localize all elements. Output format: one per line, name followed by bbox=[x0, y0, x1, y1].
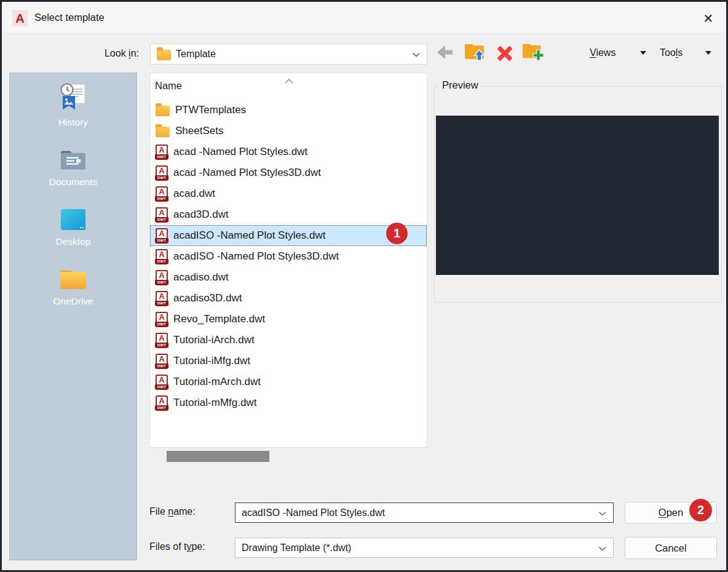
horizontal-scrollbar[interactable] bbox=[149, 448, 427, 463]
file-name: acadISO -Named Plot Styles3D.dwt bbox=[173, 250, 339, 263]
title-bar: A Select template ✕ bbox=[2, 2, 726, 34]
file-list-rows: PTWTemplates SheetSets ADWT acad -Named … bbox=[150, 100, 427, 413]
list-item[interactable]: ADWT Tutorial-mMfg.dwt bbox=[150, 392, 427, 413]
history-icon bbox=[60, 83, 87, 111]
files-of-type-dropdown[interactable]: Drawing Template (*.dwt) bbox=[235, 538, 614, 558]
file-name: acadiso.dwt bbox=[173, 271, 229, 284]
list-item[interactable]: ADWT Revo_Template.dwt bbox=[150, 309, 427, 330]
select-template-dialog: A Select template ✕ Look in: Template bbox=[0, 0, 728, 572]
list-item[interactable]: ADWT acad.dwt bbox=[150, 183, 427, 204]
back-arrow-icon bbox=[436, 44, 457, 62]
sidebar-item-documents[interactable]: Documents bbox=[10, 143, 136, 202]
places-sidebar: History Documents bbox=[9, 73, 137, 560]
file-name: acad -Named Plot Styles3D.dwt bbox=[173, 167, 321, 179]
file-name-value: acadISO -Named Plot Styles.dwt bbox=[242, 507, 385, 518]
list-item[interactable]: ADWT acad3D.dwt bbox=[150, 204, 427, 225]
views-menu-button[interactable]: Views bbox=[590, 45, 646, 61]
look-in-dropdown[interactable]: Template bbox=[150, 44, 427, 65]
dwt-file-icon: ADWT bbox=[156, 249, 168, 264]
tools-label: Tools bbox=[660, 47, 682, 58]
chevron-down-icon bbox=[598, 542, 607, 554]
dwt-file-icon: ADWT bbox=[156, 228, 168, 244]
list-item[interactable]: ADWT acadISO -Named Plot Styles3D.dwt bbox=[150, 246, 427, 267]
list-item[interactable]: ADWT Tutorial-mArch.dwt bbox=[150, 371, 427, 392]
dwt-file-icon: ADWT bbox=[156, 165, 168, 181]
chevron-down-icon bbox=[640, 51, 646, 55]
red-x-icon bbox=[496, 44, 514, 63]
preview-group: Preview bbox=[434, 86, 722, 303]
scrollbar-thumb[interactable] bbox=[167, 451, 269, 462]
dialog-title: Select template bbox=[34, 12, 105, 23]
up-one-level-button[interactable] bbox=[464, 41, 487, 62]
file-name: PTWTemplates bbox=[175, 104, 246, 116]
list-item[interactable]: ADWT acadiso.dwt bbox=[150, 267, 427, 288]
file-name: acadISO -Named Plot Styles.dwt bbox=[173, 229, 326, 242]
sidebar-item-label: History bbox=[58, 117, 88, 128]
step-badge-1: 1 bbox=[386, 223, 408, 244]
folder-icon bbox=[156, 106, 170, 116]
files-of-type-label: Files of type: bbox=[149, 541, 205, 552]
column-header-name[interactable]: Name bbox=[155, 80, 182, 92]
dwt-file-icon: ADWT bbox=[156, 395, 168, 411]
file-name: Tutorial-mMfg.dwt bbox=[173, 397, 256, 409]
file-name: Tutorial-mArch.dwt bbox=[173, 376, 261, 388]
sidebar-item-desktop[interactable]: Desktop bbox=[10, 202, 136, 262]
folder-icon bbox=[156, 127, 170, 137]
new-folder-button[interactable] bbox=[521, 41, 545, 62]
chevron-down-icon bbox=[598, 507, 607, 518]
look-in-label: Look in: bbox=[76, 48, 139, 59]
files-of-type-value: Drawing Template (*.dwt) bbox=[242, 542, 351, 554]
list-item[interactable]: ADWT acad -Named Plot Styles3D.dwt bbox=[150, 162, 427, 183]
preview-image bbox=[436, 116, 719, 275]
list-item[interactable]: ADWT acadISO -Named Plot Styles.dwt bbox=[150, 225, 427, 246]
file-name-label: File name: bbox=[149, 506, 196, 517]
cancel-button-label: Cancel bbox=[655, 542, 686, 554]
dwt-file-icon: ADWT bbox=[156, 354, 168, 369]
folder-icon bbox=[157, 50, 171, 60]
chevron-down-icon bbox=[705, 51, 711, 55]
file-list: Name PTWTemplates SheetSets ADWT acad -N… bbox=[149, 73, 427, 448]
list-item[interactable]: ADWT acadiso3D.dwt bbox=[150, 288, 427, 309]
delete-button[interactable] bbox=[493, 43, 516, 64]
file-name: acad3D.dwt bbox=[173, 209, 229, 221]
folder-plus-icon bbox=[521, 41, 545, 62]
close-icon[interactable]: ✕ bbox=[700, 10, 716, 26]
open-button-label: Open bbox=[659, 507, 683, 518]
list-item[interactable]: SheetSets bbox=[150, 121, 427, 141]
views-label: Views bbox=[590, 47, 615, 58]
desktop-icon bbox=[60, 202, 86, 231]
step-badge-2: 2 bbox=[689, 499, 712, 522]
list-item[interactable]: PTWTemplates bbox=[150, 100, 427, 121]
list-item[interactable]: ADWT Tutorial-iMfg.dwt bbox=[150, 351, 427, 371]
tools-menu-button[interactable]: Tools bbox=[660, 45, 711, 61]
dwt-file-icon: ADWT bbox=[156, 145, 168, 160]
list-item[interactable]: ADWT acad -Named Plot Styles.dwt bbox=[150, 141, 427, 162]
sidebar-item-label: OneDrive bbox=[53, 296, 93, 307]
file-name: Tutorial-iMfg.dwt bbox=[173, 355, 250, 367]
sidebar-item-label: Desktop bbox=[56, 236, 91, 247]
file-name: Tutorial-iArch.dwt bbox=[173, 334, 255, 346]
chevron-down-icon bbox=[412, 49, 421, 60]
sidebar-item-label: Documents bbox=[49, 177, 97, 188]
sidebar-item-history[interactable]: History bbox=[10, 83, 136, 143]
sidebar-item-onedrive[interactable]: OneDrive bbox=[10, 262, 136, 322]
list-item[interactable]: ADWT Tutorial-iArch.dwt bbox=[150, 330, 427, 351]
file-name: acad -Named Plot Styles.dwt bbox=[173, 146, 307, 158]
dwt-file-icon: ADWT bbox=[156, 186, 168, 202]
dwt-file-icon: ADWT bbox=[156, 375, 168, 390]
dwt-file-icon: ADWT bbox=[156, 333, 168, 348]
look-in-value: Template bbox=[176, 49, 216, 60]
cancel-button[interactable]: Cancel bbox=[625, 537, 717, 559]
file-name-input[interactable]: acadISO -Named Plot Styles.dwt bbox=[235, 502, 614, 523]
dwt-file-icon: ADWT bbox=[156, 270, 168, 285]
file-name: SheetSets bbox=[175, 125, 223, 137]
file-name: acad.dwt bbox=[173, 188, 215, 200]
documents-icon bbox=[60, 143, 87, 171]
onedrive-folder-icon bbox=[59, 262, 87, 290]
autocad-logo-icon: A bbox=[12, 10, 28, 26]
folder-up-icon bbox=[464, 42, 487, 62]
back-button[interactable] bbox=[435, 42, 458, 63]
dwt-file-icon: ADWT bbox=[156, 207, 168, 223]
sort-ascending-icon[interactable] bbox=[285, 75, 293, 86]
dwt-file-icon: ADWT bbox=[156, 312, 168, 327]
